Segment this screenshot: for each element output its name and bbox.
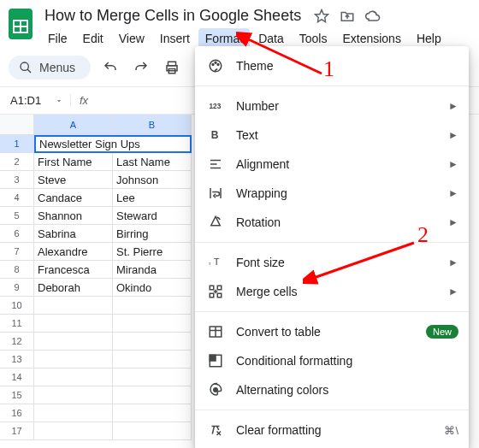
move-folder-icon[interactable] — [339, 8, 356, 25]
cell[interactable]: Last Name — [113, 153, 192, 171]
row-header[interactable]: 14 — [0, 368, 34, 386]
cell[interactable] — [113, 351, 192, 368]
svg-text:B: B — [211, 129, 219, 141]
table-icon — [207, 323, 224, 340]
cell[interactable] — [34, 297, 113, 315]
cell[interactable] — [113, 404, 192, 422]
row-header[interactable]: 2 — [0, 153, 34, 171]
cell[interactable]: Johnson — [113, 171, 192, 189]
row-header[interactable]: 4 — [0, 189, 34, 207]
clear-format-icon — [207, 421, 224, 439]
merge-cells-icon — [207, 283, 224, 300]
cell[interactable]: Deborah — [34, 279, 113, 297]
svg-text:123: 123 — [210, 103, 222, 110]
separator — [195, 242, 469, 243]
doc-title[interactable]: How to Merge Cells in Google Sheets — [41, 5, 305, 27]
svg-text:т: т — [209, 261, 211, 266]
cell[interactable]: Francesca — [34, 261, 113, 279]
cell[interactable]: Steve — [34, 171, 113, 189]
format-number[interactable]: 123Number► — [195, 91, 469, 121]
cell[interactable] — [113, 297, 192, 315]
cell[interactable]: Shannon — [34, 207, 113, 225]
row-header[interactable]: 13 — [0, 351, 34, 368]
svg-point-12 — [215, 62, 216, 63]
cell[interactable]: Miranda — [113, 261, 192, 279]
format-convert-table[interactable]: Convert to tableNew — [195, 317, 469, 346]
format-wrapping-label: Wrapping — [236, 186, 287, 200]
column-header-b[interactable]: B — [113, 115, 192, 135]
new-badge: New — [426, 325, 458, 339]
cell[interactable] — [34, 386, 113, 404]
format-merge-label: Merge cells — [236, 285, 298, 298]
menu-view[interactable]: View — [112, 28, 151, 49]
row-header[interactable]: 7 — [0, 243, 34, 261]
star-icon[interactable] — [313, 8, 330, 25]
name-box[interactable]: A1:D1 — [3, 91, 70, 110]
menu-search[interactable]: Menus — [9, 56, 91, 80]
chevron-down-icon — [55, 97, 63, 105]
menu-edit[interactable]: Edit — [76, 28, 110, 49]
format-text-label: Text — [236, 128, 258, 142]
format-conditional[interactable]: Conditional formatting — [195, 346, 469, 375]
cell[interactable] — [113, 333, 192, 351]
format-rotation[interactable]: Rotation► — [195, 208, 469, 237]
format-clear[interactable]: Clear formatting⌘\ — [195, 416, 469, 445]
menu-insert[interactable]: Insert — [153, 28, 197, 49]
svg-line-6 — [27, 69, 31, 73]
format-number-label: Number — [236, 99, 279, 113]
cell[interactable]: Lee — [113, 189, 192, 207]
redo-button[interactable] — [130, 56, 152, 79]
row-header[interactable]: 9 — [0, 279, 34, 297]
menu-file[interactable]: File — [41, 28, 74, 49]
format-alternating[interactable]: Alternating colors — [195, 375, 469, 404]
cloud-status-icon[interactable] — [364, 8, 381, 25]
row-header[interactable]: 11 — [0, 315, 34, 333]
row-header[interactable]: 10 — [0, 297, 34, 315]
row-header[interactable]: 1 — [0, 135, 34, 153]
select-all-corner[interactable] — [0, 115, 34, 135]
cell[interactable] — [113, 368, 192, 386]
cell[interactable] — [34, 368, 113, 386]
row-header[interactable]: 8 — [0, 261, 34, 279]
row-header[interactable]: 17 — [0, 422, 34, 440]
row-header[interactable]: 3 — [0, 171, 34, 189]
format-wrapping[interactable]: Wrapping► — [195, 179, 469, 208]
print-button[interactable] — [161, 56, 183, 79]
cell[interactable] — [113, 315, 192, 333]
svg-point-28 — [214, 388, 218, 392]
cell[interactable]: St. Pierre — [113, 243, 192, 261]
cell[interactable]: Candace — [34, 189, 113, 207]
cell[interactable] — [34, 422, 113, 440]
cell[interactable]: Alexandre — [34, 243, 113, 261]
merged-header-cell[interactable]: Newsletter Sign Ups — [34, 135, 192, 153]
row-header[interactable]: 6 — [0, 225, 34, 243]
cell[interactable]: First Name — [34, 153, 113, 171]
format-alignment[interactable]: Alignment► — [195, 150, 469, 179]
cell[interactable] — [113, 386, 192, 404]
format-convert-label: Convert to table — [236, 325, 321, 339]
header: How to Merge Cells in Google Sheets File… — [0, 0, 479, 49]
column-header-a[interactable]: A — [34, 115, 113, 135]
format-fontsize[interactable]: тTFont size► — [195, 248, 469, 277]
cell[interactable]: Steward — [113, 207, 192, 225]
format-theme[interactable]: Theme — [195, 51, 469, 80]
row-header[interactable]: 15 — [0, 386, 34, 404]
format-text[interactable]: BText► — [195, 121, 469, 150]
alignment-icon — [207, 156, 224, 173]
cell[interactable] — [34, 315, 113, 333]
cell[interactable] — [113, 422, 192, 440]
shortcut-label: ⌘\ — [444, 424, 458, 437]
row-header[interactable]: 12 — [0, 333, 34, 351]
cell[interactable] — [34, 351, 113, 368]
rotation-icon — [207, 214, 224, 231]
cell[interactable]: Sabrina — [34, 225, 113, 243]
cell[interactable] — [34, 404, 113, 422]
row-header[interactable]: 16 — [0, 404, 34, 422]
undo-button[interactable] — [99, 56, 121, 79]
row-header[interactable]: 5 — [0, 207, 34, 225]
cell[interactable] — [34, 333, 113, 351]
cell[interactable]: Okindo — [113, 279, 192, 297]
cell[interactable]: Birring — [113, 225, 192, 243]
format-merge-cells[interactable]: Merge cells► — [195, 277, 469, 306]
format-conditional-label: Conditional formatting — [236, 354, 352, 368]
